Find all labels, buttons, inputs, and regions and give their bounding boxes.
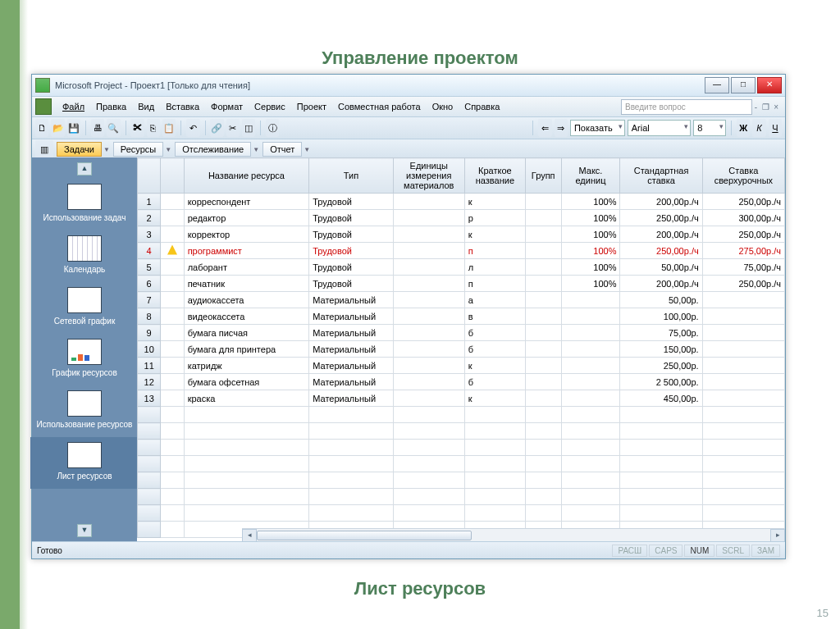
tab-report[interactable]: Отчет bbox=[262, 142, 302, 157]
cell-short[interactable]: р bbox=[464, 210, 525, 226]
link-icon[interactable]: 🔗 bbox=[210, 119, 223, 137]
row-number[interactable]: 1 bbox=[138, 194, 161, 210]
horizontal-scrollbar[interactable]: ◂ ▸ bbox=[242, 528, 785, 542]
tab-tracking[interactable]: Отслеживание bbox=[175, 142, 251, 157]
cell-group[interactable] bbox=[525, 325, 561, 341]
cell-short[interactable]: п bbox=[464, 276, 525, 292]
show-combo[interactable]: Показать bbox=[570, 120, 625, 136]
fontsize-combo[interactable]: 8 bbox=[693, 120, 726, 136]
menu-edit[interactable]: Правка bbox=[90, 99, 132, 114]
sidebar-resource-usage[interactable]: Использование ресурсов bbox=[30, 385, 139, 437]
cell-max[interactable]: 100% bbox=[561, 243, 620, 259]
minimize-button[interactable]: — bbox=[705, 77, 729, 93]
cell-max[interactable] bbox=[561, 390, 620, 407]
cell-name[interactable]: бумага писчая bbox=[184, 325, 309, 341]
split-icon[interactable]: ◫ bbox=[242, 119, 255, 137]
cell-max[interactable] bbox=[561, 292, 620, 308]
cell-max[interactable]: 100% bbox=[561, 226, 620, 243]
view-list-icon[interactable]: ▥ bbox=[35, 140, 53, 158]
cell-type[interactable]: Трудовой bbox=[309, 194, 393, 210]
cell-name[interactable]: программист bbox=[184, 243, 309, 259]
col-header[interactable]: Групп bbox=[525, 158, 561, 194]
cell-type[interactable]: Материальный bbox=[309, 292, 393, 308]
cell-rate[interactable]: 250,00р./ч bbox=[620, 243, 702, 259]
cell-group[interactable] bbox=[525, 341, 561, 358]
row-number[interactable]: 13 bbox=[138, 390, 161, 407]
cell-rate[interactable]: 75,00р. bbox=[620, 325, 702, 341]
resource-grid[interactable]: Название ресурсаТипЕдиницы измерения мат… bbox=[137, 157, 785, 542]
table-row[interactable]: 6 печатник Трудовой п 100% 200,00р./ч 25… bbox=[138, 276, 785, 292]
tab-tasks[interactable]: Задачи bbox=[57, 142, 102, 157]
cell-group[interactable] bbox=[525, 194, 561, 210]
cell-name[interactable]: видеокассета bbox=[184, 308, 309, 325]
cell-ot[interactable] bbox=[702, 358, 784, 374]
print-icon[interactable]: 🖶 bbox=[91, 119, 104, 137]
project-icon[interactable] bbox=[35, 98, 52, 115]
cell-max[interactable]: 100% bbox=[561, 259, 620, 276]
cell-group[interactable] bbox=[525, 374, 561, 390]
table-row[interactable]: 1 корреспондент Трудовой к 100% 200,00р.… bbox=[138, 194, 785, 210]
preview-icon[interactable]: 🔍 bbox=[107, 119, 120, 137]
sidebar-resource-graph[interactable]: График ресурсов bbox=[30, 334, 139, 385]
cell-ot[interactable]: 250,00р./ч bbox=[702, 226, 784, 243]
info-icon[interactable]: ⓘ bbox=[266, 119, 279, 137]
cell-rate[interactable]: 100,00р. bbox=[620, 308, 702, 325]
cell-group[interactable] bbox=[525, 259, 561, 276]
cell-group[interactable] bbox=[525, 210, 561, 226]
cell-max[interactable]: 100% bbox=[561, 194, 620, 210]
cell-rate[interactable]: 2 500,00р. bbox=[620, 374, 702, 390]
save-icon[interactable]: 💾 bbox=[67, 119, 80, 137]
cell-name[interactable]: корректор bbox=[184, 226, 309, 243]
cell-ot[interactable]: 250,00р./ч bbox=[702, 194, 784, 210]
cell-short[interactable]: а bbox=[464, 292, 525, 308]
sidebar-network[interactable]: Сетевой график bbox=[30, 282, 139, 334]
cell-group[interactable] bbox=[525, 226, 561, 243]
cell-rate[interactable]: 50,00р./ч bbox=[620, 259, 702, 276]
row-number[interactable]: 8 bbox=[138, 308, 161, 325]
cell-type[interactable]: Материальный bbox=[309, 341, 393, 358]
cell-name[interactable]: лаборант bbox=[184, 259, 309, 276]
col-header[interactable]: Единицы измерения материалов bbox=[393, 158, 464, 194]
cell-type[interactable]: Трудовой bbox=[309, 210, 393, 226]
cell-ot[interactable]: 300,00р./ч bbox=[702, 210, 784, 226]
cell-unit[interactable] bbox=[393, 374, 464, 390]
cell-short[interactable]: б bbox=[464, 374, 525, 390]
table-row[interactable]: 4 программист Трудовой п 100% 250,00р./ч… bbox=[138, 243, 785, 259]
new-icon[interactable]: 🗋 bbox=[35, 119, 48, 137]
cell-type[interactable]: Трудовой bbox=[309, 226, 393, 243]
row-number[interactable]: 7 bbox=[138, 292, 161, 308]
cell-name[interactable]: редактор bbox=[184, 210, 309, 226]
cell-unit[interactable] bbox=[393, 325, 464, 341]
nav-back-icon[interactable]: ⇐ bbox=[538, 119, 551, 137]
cell-rate[interactable]: 150,00р. bbox=[620, 341, 702, 358]
cell-ot[interactable]: 75,00р./ч bbox=[702, 259, 784, 276]
menu-format[interactable]: Формат bbox=[205, 99, 249, 114]
col-header[interactable]: Название ресурса bbox=[184, 158, 309, 194]
cell-type[interactable]: Материальный bbox=[309, 308, 393, 325]
menu-file[interactable]: Файл bbox=[57, 99, 90, 114]
cell-rate[interactable]: 200,00р./ч bbox=[620, 226, 702, 243]
table-row[interactable]: 7 аудиокассета Материальный а 50,00р. bbox=[138, 292, 785, 308]
row-number[interactable]: 10 bbox=[138, 341, 161, 358]
cell-ot[interactable] bbox=[702, 374, 784, 390]
cell-unit[interactable] bbox=[393, 259, 464, 276]
table-row[interactable]: 9 бумага писчая Материальный б 75,00р. bbox=[138, 325, 785, 341]
col-header[interactable]: Краткое название bbox=[464, 158, 525, 194]
table-row[interactable]: 13 краска Материальный к 450,00р. bbox=[138, 390, 785, 407]
menu-project[interactable]: Проект bbox=[291, 99, 332, 114]
cell-type[interactable]: Трудовой bbox=[309, 259, 393, 276]
cell-name[interactable]: бумага офсетная bbox=[184, 374, 309, 390]
cell-ot[interactable]: 275,00р./ч bbox=[702, 243, 784, 259]
cell-group[interactable] bbox=[525, 358, 561, 374]
row-number[interactable]: 12 bbox=[138, 374, 161, 390]
cell-name[interactable]: корреспондент bbox=[184, 194, 309, 210]
cell-name[interactable]: печатник bbox=[184, 276, 309, 292]
col-header[interactable] bbox=[161, 158, 184, 194]
table-row[interactable]: 12 бумага офсетная Материальный б 2 500,… bbox=[138, 374, 785, 390]
paste-icon[interactable]: 📋 bbox=[162, 119, 176, 137]
row-number[interactable]: 6 bbox=[138, 276, 161, 292]
row-number[interactable]: 9 bbox=[138, 325, 161, 341]
col-header[interactable]: Стандартная ставка bbox=[620, 158, 702, 194]
table-row[interactable] bbox=[138, 456, 785, 472]
scroll-thumb[interactable] bbox=[257, 531, 472, 540]
